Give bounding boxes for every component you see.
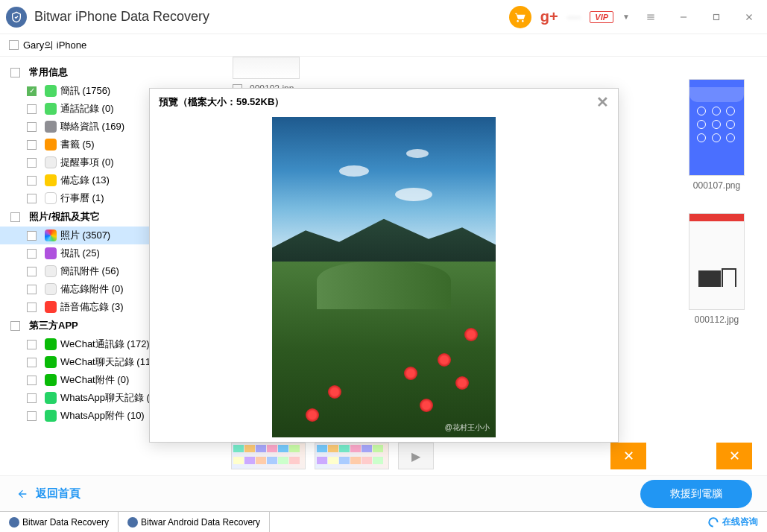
- category-header[interactable]: 常用信息: [0, 63, 216, 82]
- category-checkbox[interactable]: [10, 68, 20, 77]
- item-label: 視訊 (25): [60, 247, 100, 260]
- back-home-link[interactable]: 返回首頁: [15, 487, 81, 501]
- item-label: 照片 (3507): [60, 229, 110, 242]
- bottom-bar: 返回首頁 救援到電腦: [0, 475, 767, 511]
- item-label: WeChat附件 (0): [60, 373, 129, 387]
- item-checkbox[interactable]: [27, 411, 37, 421]
- item-checkbox[interactable]: [27, 194, 37, 203]
- category-label: 常用信息: [29, 66, 68, 79]
- delete-button-1[interactable]: ✕: [610, 443, 646, 469]
- item-label: 通話記錄 (0): [60, 102, 114, 115]
- item-label: 備忘錄 (13): [60, 174, 110, 187]
- item-icon: [45, 229, 57, 241]
- thumb-filename: 000112.jpg: [681, 314, 752, 325]
- item-checkbox[interactable]: [27, 122, 37, 132]
- online-support-link[interactable]: 在线咨询: [707, 516, 767, 528]
- category-label: 照片/視訊及其它: [29, 210, 100, 224]
- cart-button[interactable]: [509, 6, 531, 28]
- preview-modal: 預覽（檔案大小：59.52KB） ✕ @花村王小小: [149, 88, 619, 443]
- item-icon: [45, 283, 57, 295]
- item-label: 簡訊附件 (56): [60, 265, 119, 278]
- titlebar: Bitwar iPhone Data Recovery g+ ---- VIP …: [0, 0, 767, 34]
- right-thumb-1[interactable]: 000107.png: [681, 79, 752, 191]
- thumb-small-top[interactable]: [233, 57, 300, 79]
- vip-dropdown-icon[interactable]: ▼: [622, 13, 630, 21]
- thumb-video-icon[interactable]: ▶: [398, 443, 434, 469]
- item-label: WhatsApp附件 (10): [60, 409, 145, 422]
- item-icon: [45, 103, 57, 115]
- item-label: WhatsApp聊天記錄 (5): [60, 391, 158, 405]
- item-icon: [45, 374, 57, 386]
- svg-rect-4: [714, 14, 719, 19]
- item-icon: [45, 156, 57, 168]
- item-icon: [45, 121, 57, 133]
- thumb-filename: 000107.png: [681, 180, 752, 191]
- item-label: WeChat通訊錄 (172): [60, 338, 150, 351]
- item-label: WeChat聊天記錄 (11): [60, 355, 154, 369]
- modal-title: 預覽（檔案大小：59.52KB）: [159, 95, 284, 109]
- item-checkbox[interactable]: [27, 285, 37, 294]
- item-icon: [45, 356, 57, 368]
- item-checkbox[interactable]: [27, 140, 37, 150]
- item-checkbox[interactable]: [27, 340, 37, 349]
- item-checkbox[interactable]: [27, 393, 37, 403]
- bitwar-icon: [127, 517, 138, 528]
- item-checkbox[interactable]: [27, 104, 37, 114]
- item-icon: [45, 174, 57, 186]
- item-checkbox[interactable]: [27, 176, 37, 186]
- category-checkbox[interactable]: [10, 212, 20, 222]
- thumb-collage-1[interactable]: [231, 443, 306, 469]
- app-title: Bitwar iPhone Data Recovery: [34, 9, 209, 25]
- item-label: 簡訊 (1756): [60, 84, 110, 98]
- item-label: 行事曆 (1): [60, 191, 104, 205]
- item-checkbox[interactable]: [27, 376, 37, 385]
- item-icon: [45, 139, 57, 151]
- account-blurred: ----: [567, 11, 581, 23]
- item-checkbox[interactable]: [27, 158, 37, 168]
- status-tab-bitwar[interactable]: Bitwar Data Recovery: [0, 512, 119, 532]
- item-checkbox[interactable]: [27, 231, 37, 241]
- category-checkbox[interactable]: [10, 321, 20, 331]
- maximize-button[interactable]: [704, 5, 728, 29]
- item-icon: [45, 85, 57, 97]
- thumb-collage-2[interactable]: [315, 443, 389, 469]
- item-icon: [45, 301, 57, 313]
- modal-close-button[interactable]: ✕: [596, 93, 609, 111]
- item-label: 備忘錄附件 (0): [60, 282, 124, 296]
- item-label: 書籤 (5): [60, 138, 95, 151]
- bitwar-icon: [9, 517, 19, 528]
- item-icon: [45, 338, 57, 350]
- close-button[interactable]: [737, 5, 761, 29]
- right-thumb-column: 000107.png 000112.jpg: [681, 79, 752, 347]
- menu-button[interactable]: [639, 5, 663, 29]
- minimize-button[interactable]: [672, 5, 695, 29]
- delete-button-2[interactable]: ✕: [716, 443, 752, 469]
- item-icon: [45, 247, 57, 259]
- watermark: @花村王小小: [445, 422, 490, 433]
- preview-image: @花村王小小: [272, 117, 496, 437]
- item-checkbox[interactable]: [27, 358, 37, 367]
- right-thumb-2[interactable]: 000112.jpg: [681, 213, 752, 325]
- status-bar: Bitwar Data Recovery Bitwar Android Data…: [0, 511, 767, 532]
- item-icon: [45, 392, 57, 404]
- item-checkbox[interactable]: [27, 303, 37, 312]
- app-logo: [6, 7, 27, 28]
- item-label: 聯絡資訊 (169): [60, 120, 124, 133]
- device-checkbox[interactable]: [9, 40, 19, 50]
- item-icon: [45, 192, 57, 204]
- device-row: Gary의 iPhone: [0, 34, 767, 57]
- item-checkbox[interactable]: [27, 86, 37, 96]
- thumb-strip: ▶ ✕ ✕: [231, 443, 752, 469]
- status-tab-android[interactable]: Bitwar Android Data Recovery: [119, 512, 270, 532]
- googleplus-icon[interactable]: g+: [540, 8, 558, 25]
- item-label: 提醒事項 (0): [60, 156, 114, 169]
- item-icon: [45, 410, 57, 422]
- category-label: 第三方APP: [29, 319, 78, 332]
- vip-badge[interactable]: VIP: [590, 11, 613, 23]
- item-label: 語音備忘錄 (3): [60, 300, 124, 314]
- item-checkbox[interactable]: [27, 249, 37, 259]
- recover-button[interactable]: 救援到電腦: [640, 480, 752, 508]
- item-checkbox[interactable]: [27, 267, 37, 276]
- device-name: Gary의 iPhone: [23, 39, 86, 52]
- item-icon: [45, 265, 57, 277]
